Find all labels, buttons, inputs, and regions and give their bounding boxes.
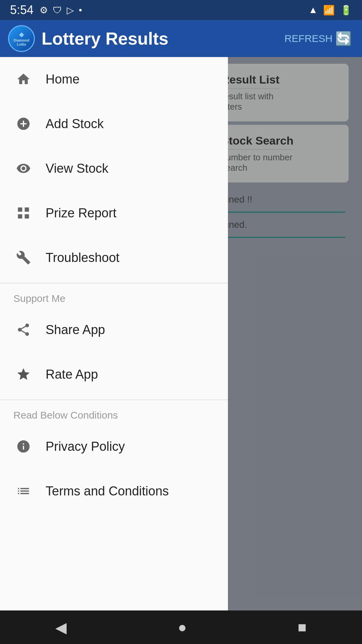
back-button[interactable]: ◀: [42, 615, 80, 639]
app-title: Lottery Results: [42, 29, 169, 49]
status-icons: ⚙ 🛡 ▷ •: [40, 5, 82, 16]
share-icon: [13, 320, 34, 340]
star-icon: [13, 364, 34, 384]
info-icon: [13, 436, 34, 457]
navigation-drawer: Home Add Stock View Stock Prize Report T: [0, 57, 228, 644]
app-header: ◆ DiamondLotto Lottery Results REFRESH 🔄: [0, 20, 362, 57]
nav-item-prize-report[interactable]: Prize Report: [0, 191, 228, 235]
nav-item-view-stock[interactable]: View Stock: [0, 146, 228, 191]
dot-icon: •: [79, 5, 82, 15]
conditions-section-header: Read Below Conditions: [0, 403, 228, 424]
nav-item-terms[interactable]: Terms and Conditions: [0, 469, 228, 514]
nav-item-privacy-policy[interactable]: Privacy Policy: [0, 424, 228, 469]
app-logo: ◆ DiamondLotto: [8, 25, 35, 52]
nav-label-troubleshoot: Troubleshoot: [46, 251, 119, 265]
status-bar: 5:54 ⚙ 🛡 ▷ • ▲ 📶 🔋: [0, 0, 362, 20]
divider-2: [0, 399, 228, 400]
status-time: 5:54: [10, 3, 34, 17]
refresh-button[interactable]: REFRESH 🔄: [285, 31, 352, 47]
nav-label-home: Home: [46, 72, 79, 87]
play-icon: ▷: [67, 5, 74, 16]
logo-diamond: ◆: [13, 31, 29, 38]
header-left: ◆ DiamondLotto Lottery Results: [0, 25, 285, 52]
nav-label-prize-report: Prize Report: [46, 206, 116, 220]
header-right[interactable]: REFRESH 🔄: [285, 31, 362, 47]
settings-icon: ⚙: [40, 5, 48, 16]
nav-label-terms: Terms and Conditions: [46, 484, 169, 498]
divider-1: [0, 283, 228, 283]
nav-item-home[interactable]: Home: [0, 57, 228, 102]
logo-text: DiamondLotto: [13, 38, 29, 46]
nav-label-rate-app: Rate App: [46, 367, 98, 382]
bottom-navigation: ◀ ● ■: [0, 610, 362, 644]
status-right: ▲ 📶 🔋: [308, 5, 352, 16]
nav-label-privacy-policy: Privacy Policy: [46, 439, 125, 454]
signal-icon: 📶: [323, 5, 335, 16]
grid-icon: [13, 203, 34, 223]
nav-label-share-app: Share App: [46, 323, 105, 337]
status-left: 5:54 ⚙ 🛡 ▷ •: [10, 3, 82, 17]
recents-button[interactable]: ■: [284, 615, 320, 639]
nav-label-view-stock: View Stock: [46, 161, 108, 176]
wrench-icon: [13, 248, 34, 268]
nav-item-troubleshoot[interactable]: Troubleshoot: [0, 235, 228, 280]
home-button[interactable]: ●: [164, 615, 200, 639]
nav-item-share-app[interactable]: Share App: [0, 308, 228, 352]
nav-label-add-stock: Add Stock: [46, 117, 104, 131]
list-icon: [13, 481, 34, 501]
refresh-icon: 🔄: [335, 31, 352, 47]
main-area: Result List result list withfilters: [0, 57, 362, 644]
support-section-header: Support Me: [0, 286, 228, 308]
wifi-icon: ▲: [308, 5, 318, 15]
home-icon: [13, 69, 34, 89]
drawer-shadow-overlay: [228, 57, 362, 644]
eye-icon: [13, 158, 34, 178]
nav-item-rate-app[interactable]: Rate App: [0, 352, 228, 397]
nav-item-add-stock[interactable]: Add Stock: [0, 102, 228, 146]
add-circle-icon: [13, 114, 34, 134]
battery-icon: 🔋: [340, 5, 352, 16]
refresh-label: REFRESH: [285, 33, 333, 44]
shield-icon: 🛡: [53, 5, 62, 16]
